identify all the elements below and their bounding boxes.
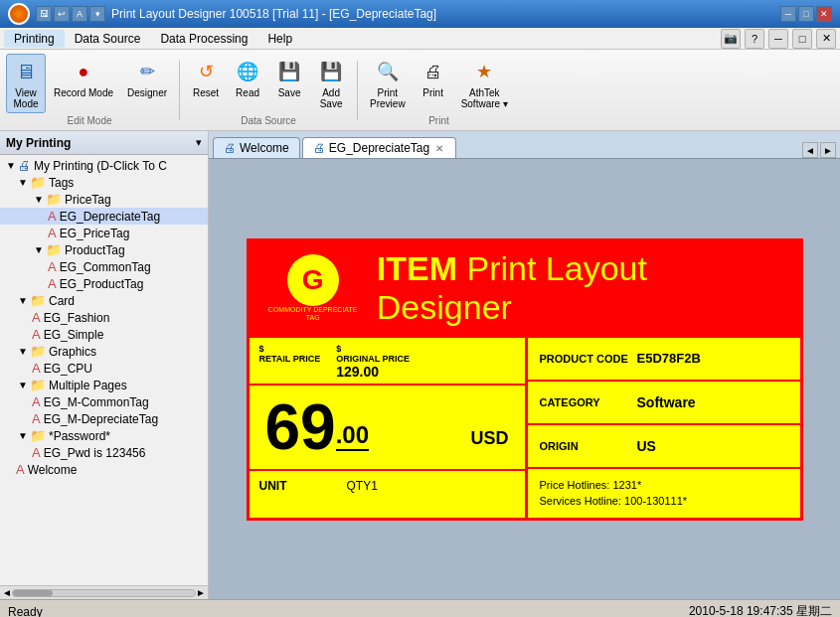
sidebar-dropdown[interactable]: ▾ [196,136,202,149]
scroll-thumb[interactable] [13,590,53,596]
eg-simple-icon: A [32,327,41,342]
view-mode-button[interactable]: 🖥 ViewMode [6,54,46,113]
restore-btn[interactable]: □ [792,29,812,49]
athtek-button[interactable]: ★ AthTekSoftware ▾ [455,54,514,113]
tree-welcome[interactable]: A Welcome [0,461,208,478]
menu-dataprocessing[interactable]: Data Processing [150,30,257,48]
sidebar: My Printing ▾ ▼ 🖨 My Printing (D-Click T… [0,131,209,599]
quick-btn-1[interactable]: 🖫 [36,6,52,22]
tree-pricetag[interactable]: ▼ 📁 PriceTag [0,191,208,208]
reset-button[interactable]: ↺ Reset [186,54,226,113]
save-button[interactable]: 💾 Save [269,54,309,113]
pin-btn[interactable]: ─ [768,29,788,49]
tt-producttag[interactable]: ▼ [32,243,46,257]
camera-btn[interactable]: 📷 [721,29,741,49]
tree-card[interactable]: ▼ 📁 Card [0,292,208,309]
tag-body: $ RETAIL PRICE $ ORIGINAL PRICE 129.00 [250,338,800,518]
tree-producttag[interactable]: ▼ 📁 ProductTag [0,241,208,258]
tabs-nav-left[interactable]: ◄ [802,142,818,158]
print-button[interactable]: 🖨 Print [414,54,453,113]
read-icon: 🌐 [234,58,261,85]
sidebar-scrollbar[interactable]: ◄ ► [0,585,208,599]
close-button[interactable]: ✕ [816,6,832,22]
minimize-button[interactable]: ─ [780,6,796,22]
tree-root-label: My Printing (D-Click To C [34,159,167,173]
eg-m-depreciate-icon: A [32,411,41,426]
print-icon: 🖨 [420,58,447,85]
menu-right-controls: 📷 ? ─ □ ✕ [721,29,836,49]
tree-toggle-root[interactable]: ▼ [4,159,18,173]
app-logo [8,3,30,25]
tree-eg-simple[interactable]: A EG_Simple [0,326,208,343]
tt-tags[interactable]: ▼ [16,176,30,190]
original-price-label: ORIGINAL PRICE [336,354,410,364]
view-mode-label: ViewMode [13,87,38,109]
original-price-dollar: $ [336,344,410,354]
tree-eg-product[interactable]: A EG_ProductTag [0,275,208,292]
tree-eg-fashion[interactable]: A EG_Fashion [0,309,208,326]
designer-icon: ✏ [133,58,161,85]
add-save-button[interactable]: 💾 AddSave [311,54,351,113]
reset-label: Reset [193,87,219,98]
tree-eg-depreciate[interactable]: A EG_DepreciateTag [0,208,208,225]
record-mode-button[interactable]: ● Record Mode [48,54,119,113]
menu-printing[interactable]: Printing [4,30,65,48]
read-button[interactable]: 🌐 Read [228,54,267,113]
tree-root[interactable]: ▼ 🖨 My Printing (D-Click To C [0,157,208,174]
eg-product-label: EG_ProductTag [60,277,144,291]
tag-title: ITEM Print Layout Designer [377,249,788,327]
menu-help[interactable]: Help [257,30,302,48]
help-btn[interactable]: ? [745,29,764,49]
tree-graphics[interactable]: ▼ 📁 Graphics [0,343,208,360]
tt-multipages[interactable]: ▼ [16,379,30,392]
tree-eg-price[interactable]: A EG_PriceTag [0,225,208,241]
record-mode-icon: ● [70,58,97,85]
menu-bar: Printing Data Source Data Processing Hel… [0,28,840,50]
data-source-buttons: ↺ Reset 🌐 Read 💾 Save 💾 AddSave [186,54,351,113]
scroll-right[interactable]: ► [196,587,206,598]
designer-button[interactable]: ✏ Designer [121,54,173,113]
tag-prices-row: $ RETAIL PRICE $ ORIGINAL PRICE 129.00 [250,338,525,386]
tree-password[interactable]: ▼ 📁 *Password* [0,427,208,444]
tree-eg-common[interactable]: A EG_CommonTag [0,258,208,275]
tag-left: $ RETAIL PRICE $ ORIGINAL PRICE 129.00 [250,338,525,518]
tree-eg-cpu[interactable]: A EG_CPU [0,360,208,377]
tag-logo-circle: G [287,254,339,306]
window-controls[interactable]: ─ □ ✕ [780,6,832,22]
close-tab-btn[interactable]: ✕ [816,29,836,49]
tt-card[interactable]: ▼ [16,294,30,308]
tree-multipages[interactable]: ▼ 📁 Multiple Pages [0,377,208,393]
tag-main-price: 69 .00 USD [250,386,525,471]
tree-eg-m-depreciate[interactable]: A EG_M-DepreciateTag [0,410,208,427]
reset-icon: ↺ [192,58,220,85]
tt-graphics[interactable]: ▼ [16,345,30,359]
tag-title-bold: ITEM [377,249,457,287]
unit-value: QTY1 [347,479,378,493]
welcome-icon: A [16,462,25,477]
graphics-icon: 📁 [30,344,46,359]
scroll-left[interactable]: ◄ [2,587,12,598]
pricetag-label: PriceTag [65,193,111,207]
tab-area: 🖨 Welcome 🖨 EG_DepreciateTag ✕ ◄ ► [209,131,840,599]
status-bar: Ready 2010-5-18 19:47:35 星期二 [0,599,840,617]
tab-welcome[interactable]: 🖨 Welcome [213,137,300,158]
tab-close-button[interactable]: ✕ [433,143,445,154]
quick-btn-3[interactable]: A [72,6,87,22]
quick-dropdown[interactable]: ▾ [89,6,105,22]
multipages-label: Multiple Pages [49,379,127,392]
tree-eg-m-common[interactable]: A EG_M-CommonTag [0,393,208,410]
tree-eg-pwd[interactable]: A EG_Pwd is 123456 [0,444,208,461]
edit-mode-group-label: Edit Mode [68,113,112,126]
tabs-nav-right[interactable]: ► [820,142,836,158]
maximize-button[interactable]: □ [798,6,814,22]
record-mode-label: Record Mode [54,87,113,98]
tt-password[interactable]: ▼ [16,429,30,443]
tab-eg-depreciate[interactable]: 🖨 EG_DepreciateTag ✕ [302,137,456,158]
quick-btn-2[interactable]: ↩ [54,6,70,22]
print-preview-button[interactable]: 🔍 PrintPreview [364,54,412,113]
tree-tags[interactable]: ▼ 📁 Tags [0,174,208,191]
menu-datasource[interactable]: Data Source [65,30,151,48]
tt-pricetag[interactable]: ▼ [32,193,46,207]
scroll-track[interactable] [12,589,196,597]
pricetag-icon: 📁 [46,192,62,207]
